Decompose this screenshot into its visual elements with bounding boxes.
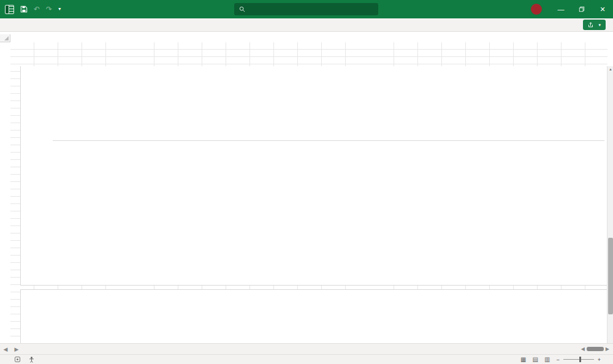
excel-app-icon[interactable] [5,5,14,14]
zoom-handle[interactable] [579,357,581,362]
top-chart-plot [53,66,604,132]
zoom-slider[interactable]: − + [556,357,601,363]
tab-overflow-button[interactable] [22,344,36,354]
sheet-nav-left-icon[interactable]: ◀ [0,344,11,354]
close-button[interactable]: ✕ [592,0,613,18]
status-left [0,357,37,363]
titlebar-controls: — ✕ [531,0,613,18]
sheet-nav-right-icon[interactable]: ▶ [11,344,22,354]
undo-icon[interactable]: ↶ [34,6,40,13]
horizontal-scrollbar[interactable]: ◀ ▶ [581,344,613,354]
scroll-up-icon[interactable]: ▲ [607,66,613,72]
avatar[interactable] [531,4,542,15]
normal-view-icon[interactable]: ▦ [520,356,526,363]
ribbon-tab-bar: ▾ [0,18,613,32]
status-bar: ▦ ▤ ▥ − + [0,354,613,364]
products-41-60-chart[interactable] [20,66,609,286]
search-icon [239,6,245,12]
restore-icon [579,6,585,12]
vertical-scrollbar[interactable]: ▲ ▼ [607,66,613,364]
horizontal-scrollbar-thumb[interactable] [587,347,604,351]
quick-access-toolbar: ↶ ↷ ▾ [0,5,67,14]
select-all-button[interactable] [0,34,10,42]
hscroll-left-icon[interactable]: ◀ [581,346,585,352]
redo-icon[interactable]: ↷ [46,6,52,13]
excel-window: ↶ ↷ ▾ — ✕ ▾ [0,0,613,364]
accessibility-icon [29,357,34,363]
sheet-options-button[interactable] [49,344,63,354]
page-layout-view-icon[interactable]: ▤ [533,356,538,363]
macro-record-icon[interactable] [15,357,20,362]
page-break-view-icon[interactable]: ▥ [544,356,550,363]
restore-button[interactable] [571,0,592,18]
hscroll-right-icon[interactable]: ▶ [606,346,609,352]
qat-customize-icon[interactable]: ▾ [58,7,61,12]
zoom-out-icon[interactable]: − [556,357,559,363]
status-right: ▦ ▤ ▥ − + [520,356,613,363]
title-bar: ↶ ↷ ▾ — ✕ [0,0,613,18]
share-button[interactable]: ▾ [583,20,606,30]
share-icon [588,22,593,28]
top-chart-x-axis [53,132,604,141]
sheet-tab-bar: ◀ ▶ ◀ ▶ [0,343,613,354]
search-input[interactable] [234,3,378,15]
accessibility-status[interactable] [29,357,37,363]
minimize-button[interactable]: — [550,0,571,18]
zoom-in-icon[interactable]: + [598,357,601,363]
save-icon[interactable] [20,6,28,13]
zoom-track[interactable] [563,359,594,360]
new-sheet-button[interactable] [36,344,49,354]
vertical-scrollbar-thumb[interactable] [608,238,613,314]
share-caret-icon: ▾ [598,23,601,28]
worksheet: ▲ ▼ [0,32,613,343]
